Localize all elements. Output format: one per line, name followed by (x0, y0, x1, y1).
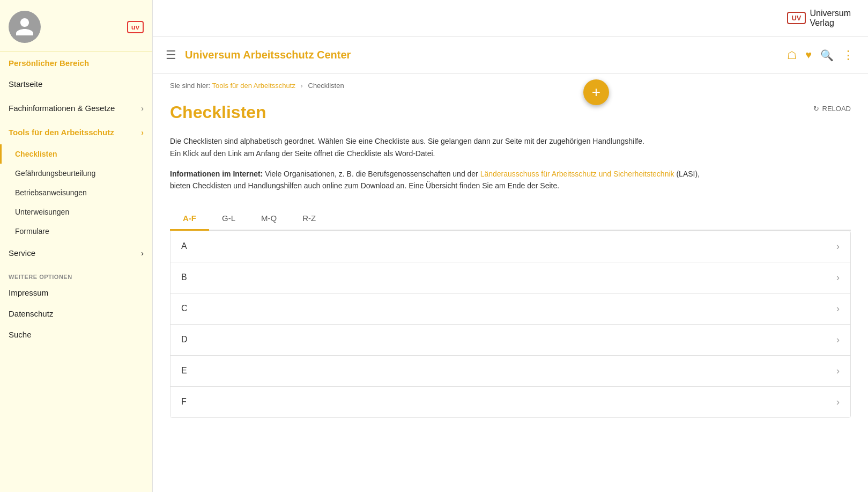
info-text-1: Viele Organisationen, z. B. die Berufsge… (265, 170, 480, 178)
uv-logo-badge: UV (787, 12, 805, 24)
title-plain: Universum (185, 49, 243, 61)
chevron-down-icon: › (141, 248, 144, 258)
title-accent: Arbeitsschutz Center (243, 49, 351, 61)
avatar (9, 11, 41, 43)
accordion-label-e: E (181, 366, 187, 376)
reload-icon: ↻ (813, 105, 819, 113)
service-label: Service (9, 248, 35, 258)
breadcrumb-separator: › (301, 82, 303, 90)
accordion-label-a: A (181, 241, 187, 251)
top-bar-icons: ☖ ♥ 🔍 ⋮ (787, 48, 855, 62)
sidebar-item-fachinformationen[interactable]: Fachinformationen & Gesetze › (0, 96, 152, 120)
breadcrumb-link[interactable]: Tools für den Arbeitsschutz (212, 82, 295, 90)
info-paragraph: Informationen im Internet: Viele Organis… (170, 168, 706, 192)
uv-badge: uv (127, 21, 144, 33)
checklists-accordion: A › B › C › D › E › F › (170, 231, 851, 418)
tab-m-q[interactable]: M-Q (248, 207, 290, 231)
logo-text: Universum Verlag (810, 9, 851, 27)
sidebar-item-datenschutz[interactable]: Datenschutz (0, 303, 152, 324)
accordion-label-f: F (181, 397, 187, 407)
sidebar-item-formulare[interactable]: Formulare (0, 222, 152, 241)
breadcrumb-prefix: Sie sind hier: (170, 82, 210, 90)
chevron-down-icon: › (141, 104, 144, 113)
top-bar: ☰ Universum Arbeitsschutz Center ☖ ♥ 🔍 ⋮ (153, 36, 868, 74)
brand-logo: UV Universum Verlag (787, 9, 851, 27)
chevron-down-icon: › (836, 334, 840, 346)
accordion-item-c[interactable]: C › (170, 293, 850, 325)
alphabet-tabs: A-F G-L M-Q R-Z (170, 207, 851, 231)
app-title: Universum Arbeitsschutz Center (185, 49, 787, 61)
sidebar-item-label: Tools für den Arbeitsschutz (9, 128, 114, 137)
sidebar-item-unterweisungen[interactable]: Unterweisungen (0, 202, 152, 222)
weitere-optionen-label: WEITERE OPTIONEN (0, 265, 152, 282)
chevron-down-icon: › (836, 241, 840, 252)
chevron-down-icon: › (141, 128, 144, 137)
sidebar-item-tools[interactable]: Tools für den Arbeitsschutz › (0, 120, 152, 144)
sidebar-item-service[interactable]: Service › (0, 241, 152, 265)
sidebar-item-gefaehrdungsbeurteilung[interactable]: Gefährdungsbeurteilung (0, 164, 152, 183)
accordion-label-b: B (181, 273, 187, 282)
accordion-item-a[interactable]: A › (170, 231, 850, 262)
chevron-down-icon: › (836, 272, 840, 283)
fab-button[interactable]: + (583, 79, 609, 105)
user-icon[interactable]: ☖ (787, 49, 797, 62)
sidebar-item-betriebsanweisungen[interactable]: Betriebsanweisungen (0, 183, 152, 202)
tab-a-f[interactable]: A-F (170, 207, 209, 231)
chevron-down-icon: › (836, 396, 840, 408)
sidebar-item-label: Startseite (9, 79, 42, 89)
chevron-down-icon: › (836, 365, 840, 377)
search-icon[interactable]: 🔍 (820, 49, 834, 62)
more-icon[interactable]: ⋮ (842, 48, 855, 62)
sidebar-item-checklisten[interactable]: Checklisten (0, 144, 152, 164)
sidebar-item-label: Fachinformationen & Gesetze (9, 104, 115, 113)
breadcrumb-current: Checklisten (308, 82, 344, 90)
page-title: Checklisten (170, 102, 266, 122)
logo-bar: UV Universum Verlag (153, 0, 868, 36)
tab-g-l[interactable]: G-L (209, 207, 248, 231)
user-icon (14, 16, 35, 38)
hamburger-icon[interactable]: ☰ (166, 48, 176, 62)
page-description: Die Checklisten sind alphabetisch geordn… (170, 135, 652, 159)
main-content: UV Universum Verlag ☰ Universum Arbeitss… (153, 0, 868, 492)
tab-r-z[interactable]: R-Z (290, 207, 329, 231)
sidebar-item-suche[interactable]: Suche (0, 324, 152, 345)
page-content: Sie sind hier: Tools für den Arbeitsschu… (153, 74, 868, 492)
accordion-item-d[interactable]: D › (170, 325, 850, 356)
sidebar-user-label: Persönlicher Bereich (0, 52, 152, 68)
accordion-item-e[interactable]: E › (170, 356, 850, 387)
sidebar-nav: Startseite Fachinformationen & Gesetze ›… (0, 68, 152, 492)
sidebar-item-startseite[interactable]: Startseite (0, 72, 152, 96)
breadcrumb: Sie sind hier: Tools für den Arbeitsschu… (170, 74, 851, 94)
accordion-item-b[interactable]: B › (170, 262, 850, 293)
sidebar: uv Persönlicher Bereich Startseite Fachi… (0, 0, 153, 492)
accordion-item-f[interactable]: F › (170, 387, 850, 417)
title-row: Checklisten ↻ RELOAD (170, 94, 851, 135)
reload-label: RELOAD (822, 105, 851, 113)
sidebar-item-impressum[interactable]: Impressum (0, 282, 152, 303)
info-prefix: Informationen im Internet: (170, 170, 263, 178)
reload-button[interactable]: ↻ RELOAD (813, 105, 851, 113)
chevron-down-icon: › (836, 303, 840, 314)
info-link[interactable]: Länderausschuss für Arbeitsschutz und Si… (480, 170, 674, 178)
sidebar-header: uv (0, 0, 152, 52)
accordion-label-c: C (181, 304, 188, 313)
accordion-label-d: D (181, 335, 188, 344)
favorites-icon[interactable]: ♥ (805, 49, 812, 61)
